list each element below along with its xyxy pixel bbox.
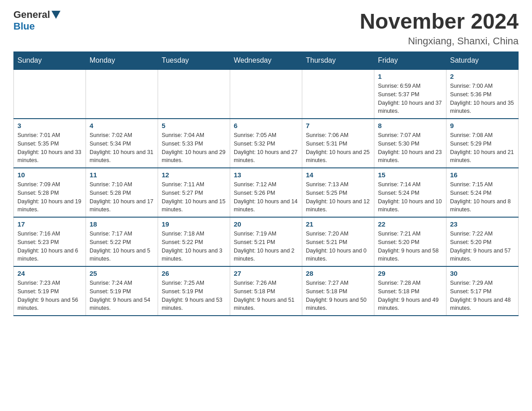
calendar-week-row: 17Sunrise: 7:16 AMSunset: 5:23 PMDayligh… — [14, 217, 519, 266]
location-subtitle: Ningxiang, Shanxi, China — [360, 35, 519, 47]
calendar-cell: 8Sunrise: 7:07 AMSunset: 5:30 PMDaylight… — [374, 119, 446, 168]
day-number: 14 — [306, 171, 370, 179]
calendar-cell: 27Sunrise: 7:26 AMSunset: 5:18 PMDayligh… — [230, 266, 302, 316]
day-number: 24 — [17, 270, 82, 277]
calendar-cell: 24Sunrise: 7:23 AMSunset: 5:19 PMDayligh… — [14, 266, 86, 316]
day-info: Sunrise: 7:19 AMSunset: 5:21 PMDaylight:… — [234, 230, 298, 263]
day-number: 13 — [234, 171, 298, 179]
day-info: Sunrise: 7:23 AMSunset: 5:19 PMDaylight:… — [17, 279, 82, 313]
calendar-cell: 10Sunrise: 7:09 AMSunset: 5:28 PMDayligh… — [14, 168, 86, 217]
day-number: 28 — [306, 270, 370, 277]
logo-general-text: General — [13, 9, 50, 21]
logo: General Blue — [13, 9, 62, 32]
day-info: Sunrise: 7:21 AMSunset: 5:20 PMDaylight:… — [378, 230, 442, 263]
calendar-cell: 14Sunrise: 7:13 AMSunset: 5:25 PMDayligh… — [302, 168, 374, 217]
calendar-cell — [86, 69, 158, 119]
calendar-cell: 22Sunrise: 7:21 AMSunset: 5:20 PMDayligh… — [374, 217, 446, 266]
logo-blue-text: Blue — [13, 21, 35, 32]
calendar-cell: 4Sunrise: 7:02 AMSunset: 5:34 PMDaylight… — [86, 119, 158, 168]
day-number: 25 — [90, 270, 154, 277]
day-info: Sunrise: 7:11 AMSunset: 5:27 PMDaylight:… — [162, 180, 226, 214]
calendar-cell: 18Sunrise: 7:17 AMSunset: 5:22 PMDayligh… — [86, 217, 158, 266]
month-year-title: November 2024 — [360, 9, 519, 34]
day-info: Sunrise: 7:02 AMSunset: 5:34 PMDaylight:… — [90, 131, 154, 165]
calendar-week-row: 24Sunrise: 7:23 AMSunset: 5:19 PMDayligh… — [14, 266, 519, 316]
column-header-friday: Friday — [374, 52, 446, 70]
calendar-cell: 5Sunrise: 7:04 AMSunset: 5:33 PMDaylight… — [158, 119, 230, 168]
day-number: 19 — [162, 220, 226, 228]
calendar-cell: 21Sunrise: 7:20 AMSunset: 5:21 PMDayligh… — [302, 217, 374, 266]
calendar-cell: 7Sunrise: 7:06 AMSunset: 5:31 PMDaylight… — [302, 119, 374, 168]
day-info: Sunrise: 7:08 AMSunset: 5:29 PMDaylight:… — [450, 131, 515, 165]
day-info: Sunrise: 7:15 AMSunset: 5:24 PMDaylight:… — [450, 180, 515, 214]
day-info: Sunrise: 7:10 AMSunset: 5:28 PMDaylight:… — [90, 180, 154, 214]
calendar-cell — [14, 69, 86, 119]
day-number: 4 — [90, 122, 154, 129]
calendar-cell: 16Sunrise: 7:15 AMSunset: 5:24 PMDayligh… — [446, 168, 519, 217]
day-number: 1 — [378, 73, 442, 80]
calendar-cell: 29Sunrise: 7:28 AMSunset: 5:18 PMDayligh… — [374, 266, 446, 316]
day-number: 21 — [306, 220, 370, 228]
column-header-wednesday: Wednesday — [230, 52, 302, 70]
calendar-cell: 23Sunrise: 7:22 AMSunset: 5:20 PMDayligh… — [446, 217, 519, 266]
calendar-week-row: 10Sunrise: 7:09 AMSunset: 5:28 PMDayligh… — [14, 168, 519, 217]
calendar-cell: 26Sunrise: 7:25 AMSunset: 5:19 PMDayligh… — [158, 266, 230, 316]
calendar-cell: 19Sunrise: 7:18 AMSunset: 5:22 PMDayligh… — [158, 217, 230, 266]
day-number: 23 — [450, 220, 515, 228]
day-number: 6 — [234, 122, 298, 129]
day-info: Sunrise: 7:24 AMSunset: 5:19 PMDaylight:… — [90, 279, 154, 313]
day-info: Sunrise: 7:28 AMSunset: 5:18 PMDaylight:… — [378, 279, 442, 313]
calendar-cell: 2Sunrise: 7:00 AMSunset: 5:36 PMDaylight… — [446, 69, 519, 119]
calendar-cell: 9Sunrise: 7:08 AMSunset: 5:29 PMDaylight… — [446, 119, 519, 168]
day-info: Sunrise: 6:59 AMSunset: 5:37 PMDaylight:… — [378, 82, 442, 116]
calendar-cell: 1Sunrise: 6:59 AMSunset: 5:37 PMDaylight… — [374, 69, 446, 119]
day-number: 12 — [162, 171, 226, 179]
column-header-saturday: Saturday — [446, 52, 519, 70]
day-info: Sunrise: 7:25 AMSunset: 5:19 PMDaylight:… — [162, 279, 226, 313]
day-number: 17 — [17, 220, 82, 228]
day-info: Sunrise: 7:22 AMSunset: 5:20 PMDaylight:… — [450, 230, 515, 263]
day-info: Sunrise: 7:12 AMSunset: 5:26 PMDaylight:… — [234, 180, 298, 214]
day-info: Sunrise: 7:17 AMSunset: 5:22 PMDaylight:… — [90, 230, 154, 263]
day-number: 8 — [378, 122, 442, 129]
day-info: Sunrise: 7:29 AMSunset: 5:17 PMDaylight:… — [450, 279, 515, 313]
page-header: General Blue November 2024 Ningxiang, Sh… — [13, 9, 519, 47]
day-info: Sunrise: 7:18 AMSunset: 5:22 PMDaylight:… — [162, 230, 226, 263]
calendar-cell: 30Sunrise: 7:29 AMSunset: 5:17 PMDayligh… — [446, 266, 519, 316]
day-info: Sunrise: 7:06 AMSunset: 5:31 PMDaylight:… — [306, 131, 370, 165]
day-number: 29 — [378, 270, 442, 277]
calendar-cell: 3Sunrise: 7:01 AMSunset: 5:35 PMDaylight… — [14, 119, 86, 168]
day-number: 15 — [378, 171, 442, 179]
calendar-cell: 15Sunrise: 7:14 AMSunset: 5:24 PMDayligh… — [374, 168, 446, 217]
calendar-cell — [158, 69, 230, 119]
calendar-cell: 25Sunrise: 7:24 AMSunset: 5:19 PMDayligh… — [86, 266, 158, 316]
day-info: Sunrise: 7:05 AMSunset: 5:32 PMDaylight:… — [234, 131, 298, 165]
column-header-monday: Monday — [86, 52, 158, 70]
day-number: 30 — [450, 270, 515, 277]
calendar-cell: 11Sunrise: 7:10 AMSunset: 5:28 PMDayligh… — [86, 168, 158, 217]
day-info: Sunrise: 7:13 AMSunset: 5:25 PMDaylight:… — [306, 180, 370, 214]
day-info: Sunrise: 7:20 AMSunset: 5:21 PMDaylight:… — [306, 230, 370, 263]
calendar-table: SundayMondayTuesdayWednesdayThursdayFrid… — [13, 51, 519, 316]
day-info: Sunrise: 7:00 AMSunset: 5:36 PMDaylight:… — [450, 82, 515, 116]
day-number: 10 — [17, 171, 82, 179]
day-number: 22 — [378, 220, 442, 228]
day-info: Sunrise: 7:26 AMSunset: 5:18 PMDaylight:… — [234, 279, 298, 313]
logo-triangle-icon — [51, 11, 60, 19]
day-number: 16 — [450, 171, 515, 179]
day-info: Sunrise: 7:16 AMSunset: 5:23 PMDaylight:… — [17, 230, 82, 263]
day-info: Sunrise: 7:04 AMSunset: 5:33 PMDaylight:… — [162, 131, 226, 165]
day-number: 27 — [234, 270, 298, 277]
column-header-sunday: Sunday — [14, 52, 86, 70]
calendar-header-row: SundayMondayTuesdayWednesdayThursdayFrid… — [14, 52, 519, 70]
column-header-thursday: Thursday — [302, 52, 374, 70]
day-number: 2 — [450, 73, 515, 80]
day-number: 20 — [234, 220, 298, 228]
day-number: 5 — [162, 122, 226, 129]
day-info: Sunrise: 7:01 AMSunset: 5:35 PMDaylight:… — [17, 131, 82, 165]
column-header-tuesday: Tuesday — [158, 52, 230, 70]
day-info: Sunrise: 7:27 AMSunset: 5:18 PMDaylight:… — [306, 279, 370, 313]
day-number: 9 — [450, 122, 515, 129]
calendar-cell — [302, 69, 374, 119]
day-number: 3 — [17, 122, 82, 129]
